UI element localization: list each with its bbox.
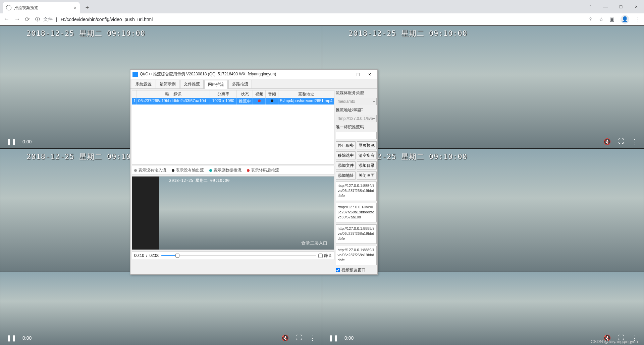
stream-table[interactable]: 唯一标识 分辨率 状态 视频 音频 完整地址 1 06c237f268a19bb… [132,90,334,164]
cell-resolution: 1920 x 1080 [210,98,237,105]
nav-reload-icon[interactable]: ⟳ [25,16,30,23]
preview-window-checkbox[interactable]: 视频预览窗口 [336,267,376,273]
tab-file-push[interactable]: 文件推流 [180,80,204,88]
tab-system-settings[interactable]: 系统设置 [132,80,155,88]
service-type-select[interactable]: mediamtx▾ [336,98,376,105]
chevron-down-icon: ▾ [373,99,375,104]
legend-label: 表示原数据推流 [213,167,241,173]
preview-pane[interactable]: 2018-12-25 星期二 09:10:00 食堂二层入口 [132,176,334,250]
play-pause-icon[interactable]: ❚❚ [6,334,16,342]
browser-tab-strip: 推流视频预览 × + ˅ — □ × [0,0,644,13]
globe-icon [6,5,11,10]
preview-corner-label: 食堂二层入口 [301,240,327,246]
video-cell[interactable]: ❚❚ 0:00 🔇 ⛶ ⋮ [0,272,322,345]
video-osd-timestamp: 2018-12-25 星期二 09:10:00 [26,152,145,162]
legend-dot-black-icon [172,169,174,172]
col-status: 状态 [237,90,253,98]
fullscreen-icon[interactable]: ⛶ [296,334,302,342]
status-dot-red-icon [258,99,261,102]
stop-service-button[interactable]: 停止服务 [336,141,356,149]
dialog-tabs: 系统设置 最简示例 文件推流 网络推流 多路推流 [130,79,377,89]
label-push-addr: 推流地址和端口 [336,107,376,113]
right-pane: 流媒体服务类型 mediamtx▾ 推流地址和端口 rtmp://127.0.0… [336,90,376,273]
video-cell[interactable]: ❚❚ 0:00 🔇 ⛶ ⋮ [322,272,644,345]
window-close-icon[interactable]: × [629,0,644,13]
playback-separator: / [146,253,147,258]
url-item[interactable]: rtmp://127.0.0.1/live/06c237f268a19bbddb… [336,203,376,222]
video-menu-icon[interactable]: ⋮ [310,334,316,342]
seek-thumb-icon[interactable] [175,254,179,258]
url-item[interactable]: http://127.0.0.1:8889/live/06c237f268a19… [336,246,376,265]
url-scheme-label: 文件 [43,16,53,22]
watermark: CSDN @feiyangqingyun [591,339,638,344]
col-id: 唯一标识 [137,90,210,98]
dialog-titlebar[interactable]: Qt/C++推流综合应用示例 V20230818 (QQ: 517216493 … [130,70,377,79]
cell-audio-dot [266,98,278,105]
col-audio: 音频 [266,90,278,98]
playback-position: 00:10 [134,253,144,258]
browser-tab[interactable]: 推流视频预览 × [3,2,80,13]
add-dir-button[interactable]: 添加目录 [357,161,377,169]
table-row[interactable]: 1 06c237f268a19bbddbfe2c33f67aa10d 1920 … [132,98,334,105]
dialog-minimize-icon[interactable]: — [341,70,353,79]
video-controls: ❚❚ 0:00 🔇 ⛶ ⋮ [0,331,322,345]
close-view-button[interactable]: 关闭画面 [357,171,377,180]
stream-code-input[interactable] [336,132,376,139]
share-icon[interactable]: ⇪ [588,16,593,22]
remove-selected-button[interactable]: 移除选中 [336,151,356,159]
url-item[interactable]: rtsp://127.0.0.1:8554/live/06c237f268a19… [336,182,376,201]
tab-close-icon[interactable]: × [74,5,76,10]
kebab-menu-icon[interactable]: ⋮ [635,16,641,22]
label-service-type: 流媒体服务类型 [336,90,376,96]
play-pause-icon[interactable]: ❚❚ [6,138,16,145]
tab-simple-example[interactable]: 最简示例 [156,80,179,88]
tab-network-push[interactable]: 网络推流 [204,80,228,89]
address-bar[interactable]: ⓘ 文件 | H:/codevideo/bin/config/video_pus… [35,16,583,22]
sidepanel-icon[interactable]: ▣ [609,16,614,22]
col-resolution: 分辨率 [210,90,237,98]
bookmark-icon[interactable]: ☆ [599,16,603,22]
url-separator: | [56,17,57,22]
add-file-button[interactable]: 添加文件 [336,161,356,169]
url-item[interactable]: http://127.0.0.1:8888/live/06c237f268a19… [336,224,376,244]
status-dot-black-icon [271,99,273,102]
play-pause-icon[interactable]: ❚❚ [328,334,338,342]
info-icon[interactable]: ⓘ [35,16,40,22]
dialog-close-icon[interactable]: × [364,70,375,79]
push-addr-select[interactable]: rtmp://127.0.0.1/live▾ [336,115,376,122]
video-osd-timestamp: 2018-12-25 星期二 09:10:00 [26,28,145,39]
profile-avatar-icon[interactable]: 👤 [621,15,629,24]
preview-osd: 2018-12-25 星期二 09:10:00 [169,178,230,184]
mute-checkbox[interactable]: 静音 [318,253,332,259]
nav-back-icon[interactable]: ← [3,16,9,23]
window-dropdown-icon[interactable]: ˅ [582,0,598,13]
video-time: 0:00 [22,139,32,144]
video-osd-timestamp: 2018-12-25 星期二 09:10:00 [348,28,467,39]
video-grid-bottom: ❚❚ 0:00 🔇 ⛶ ⋮ ❚❚ 0:00 🔇 ⛶ ⋮ [0,272,644,345]
window-maximize-icon[interactable]: □ [613,0,629,13]
volume-mute-icon[interactable]: 🔇 [603,138,611,145]
web-preview-button[interactable]: 网页预览 [357,141,377,149]
dialog-maximize-icon[interactable]: □ [353,70,364,79]
dialog-title: Qt/C++推流综合应用示例 V20230818 (QQ: 517216493 … [140,71,276,77]
new-tab-button[interactable]: + [83,3,92,12]
playback-bar: 00:10 / 02:06 静音 [132,251,334,260]
nav-forward-icon[interactable]: → [14,16,20,23]
cell-index: 1 [132,98,137,105]
legend-label: 表示转码后推流 [251,167,279,173]
clear-all-button[interactable]: 清空所有 [357,151,377,159]
legend: 表示没有输入流 表示没有输出流 表示原数据推流 表示转码后推流 [132,166,334,175]
seek-slider[interactable] [161,255,316,256]
app-logo-icon [132,72,138,77]
tab-multi-push[interactable]: 多路推流 [228,80,252,88]
legend-label: 表示没有输出流 [176,167,204,173]
chevron-down-icon: ▾ [373,116,375,121]
preview-feed [159,177,334,250]
cell-status: 推流中 [237,98,253,105]
add-url-button[interactable]: 添加地址 [336,171,356,180]
volume-mute-icon[interactable]: 🔇 [281,334,289,342]
col-full-url: 完整地址 [278,90,334,98]
window-minimize-icon[interactable]: — [598,0,613,13]
video-menu-icon[interactable]: ⋮ [632,138,638,145]
fullscreen-icon[interactable]: ⛶ [618,138,624,145]
